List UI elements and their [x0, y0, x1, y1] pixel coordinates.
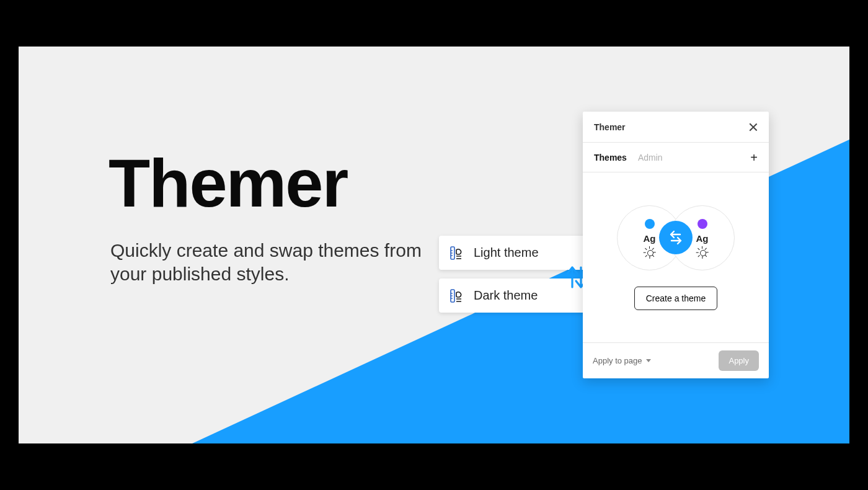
apply-scope-dropdown[interactable]: Apply to page [593, 356, 651, 365]
tab-admin[interactable]: Admin [638, 153, 663, 163]
hero-title: Themer [108, 149, 347, 217]
panel-footer: Apply to page Apply [583, 342, 769, 378]
swap-themes-button[interactable] [659, 221, 693, 254]
brightness-icon [645, 248, 654, 257]
close-icon[interactable] [749, 123, 758, 131]
swatch-left-typography: Ag [644, 233, 656, 244]
swatch-row: Ag [583, 205, 769, 270]
create-theme-button[interactable]: Create a theme [634, 287, 718, 310]
panel-header: Themer [583, 112, 769, 143]
brightness-icon [698, 248, 707, 257]
ruler-palette-icon [450, 246, 463, 261]
swatch-left-color-dot [645, 219, 655, 229]
promo-card: Themer Quickly create and swap themes fr… [19, 47, 849, 443]
add-theme-icon[interactable]: + [750, 151, 758, 164]
ruler-palette-icon [450, 288, 463, 303]
swatch-right-color-dot [698, 219, 707, 229]
tab-themes[interactable]: Themes [594, 153, 627, 163]
panel-body: Ag [583, 172, 769, 342]
panel-tabs: Themes Admin + [583, 143, 769, 172]
theme-chip-dark-label: Dark theme [474, 288, 538, 303]
plugin-panel: Themer Themes Admin + Ag [583, 112, 769, 378]
apply-scope-label: Apply to page [593, 356, 642, 365]
chevron-down-icon [646, 359, 651, 362]
hero-subtitle: Quickly create and swap themes from your… [110, 239, 433, 285]
panel-title: Themer [594, 122, 626, 132]
apply-button[interactable]: Apply [719, 350, 759, 371]
theme-chip-light-label: Light theme [474, 246, 539, 260]
swatch-right-typography: Ag [696, 233, 709, 244]
